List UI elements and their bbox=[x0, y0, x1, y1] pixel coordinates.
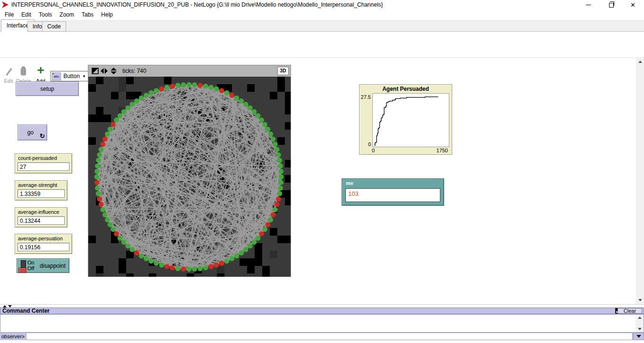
minimize-icon bbox=[586, 5, 591, 5]
chevron-down-icon: ▼ bbox=[82, 74, 86, 79]
clear-button[interactable]: Clear bbox=[618, 308, 642, 314]
command-center-resize-handle[interactable] bbox=[0, 304, 644, 308]
plot-y-max-label: 27.5 bbox=[360, 94, 371, 100]
monitor-value: 0.13244 bbox=[17, 216, 65, 225]
command-output-scrollbar[interactable] bbox=[635, 315, 644, 332]
window-title: INTERPERSONAL_CHANNELS_INNOVATION_DIFFUS… bbox=[11, 0, 383, 9]
minimize-button[interactable] bbox=[577, 0, 600, 9]
delete-trash-icon[interactable] bbox=[20, 66, 27, 76]
add-plus-icon[interactable]: + bbox=[36, 64, 45, 76]
scroll-up-button[interactable] bbox=[635, 315, 644, 321]
world-view-widget: ticks: 740 3D bbox=[88, 65, 291, 277]
forever-icon: ↻ bbox=[40, 133, 45, 139]
netlogo-logo-icon bbox=[2, 1, 9, 8]
interface-toolbar: Edit Delete + Add abc Button ▼ normal sp… bbox=[0, 32, 644, 58]
scroll-up-icon bbox=[638, 317, 642, 319]
plot-x-max-label: 1750 bbox=[437, 148, 448, 153]
command-output-area[interactable] bbox=[0, 314, 644, 333]
go-button[interactable]: go ↻ bbox=[17, 124, 47, 141]
menu-file[interactable]: File bbox=[1, 10, 17, 19]
scroll-up-button[interactable] bbox=[636, 58, 644, 66]
menu-bar: File Edit Tools Zoom Tabs Help bbox=[0, 9, 644, 20]
button-widget-icon: abc bbox=[52, 72, 61, 80]
scroll-down-button[interactable] bbox=[636, 296, 644, 304]
interface-scrollbar[interactable] bbox=[636, 58, 644, 304]
history-dropdown-icon bbox=[636, 335, 641, 338]
command-input[interactable] bbox=[26, 333, 633, 340]
menu-tools[interactable]: Tools bbox=[35, 10, 56, 19]
close-icon: ✕ bbox=[630, 2, 635, 8]
monitor-name: average-influence bbox=[18, 209, 59, 215]
netlogo-window: INTERPERSONAL_CHANNELS_INNOVATION_DIFFUS… bbox=[0, 0, 644, 343]
menu-help[interactable]: Help bbox=[97, 10, 117, 19]
monitor-value: 27 bbox=[17, 162, 69, 171]
tab-code[interactable]: Code bbox=[42, 21, 66, 32]
monitor-average-influence: average-influence 0.13244 bbox=[15, 207, 68, 228]
command-center-header: Command Center Clear bbox=[0, 308, 644, 314]
edit-pencil-icon[interactable] bbox=[5, 67, 12, 76]
view-header: ticks: 740 3D bbox=[88, 65, 291, 77]
tab-bar: Interface Info Code bbox=[0, 20, 644, 32]
switch-label: disappoint bbox=[40, 263, 66, 269]
switch-on-label: On bbox=[27, 260, 34, 265]
input-box-me[interactable]: me 103 bbox=[342, 178, 444, 206]
widget-type-label: Button bbox=[61, 73, 82, 79]
world-canvas[interactable] bbox=[88, 77, 291, 277]
scroll-down-icon bbox=[638, 328, 642, 330]
menu-edit[interactable]: Edit bbox=[17, 10, 35, 19]
plot-y-min-label: 0 bbox=[360, 141, 371, 147]
setup-button[interactable]: setup bbox=[16, 81, 79, 96]
monitor-value: 1.33359 bbox=[17, 189, 65, 198]
restore-icon bbox=[609, 3, 614, 8]
switch-off-label: Off bbox=[27, 265, 34, 271]
monitor-name: average-persuation bbox=[18, 236, 63, 241]
plot-title: Agent Persuaded bbox=[360, 86, 452, 92]
horizontal-arrows-icon[interactable] bbox=[101, 68, 108, 74]
threed-button[interactable]: 3D bbox=[277, 67, 289, 75]
command-history-button[interactable] bbox=[633, 333, 644, 340]
scroll-down-icon bbox=[638, 299, 642, 301]
menu-tabs[interactable]: Tabs bbox=[78, 10, 97, 19]
monitor-count-persuaded: count-persuaded 27 bbox=[15, 153, 72, 174]
title-bar: INTERPERSONAL_CHANNELS_INNOVATION_DIFFUS… bbox=[0, 0, 644, 9]
plot-agent-persuaded: Agent Persuaded 27.5 0 0 1750 bbox=[359, 84, 452, 155]
close-button[interactable]: ✕ bbox=[622, 0, 644, 9]
switch-knob[interactable] bbox=[18, 268, 26, 273]
monitor-average-persuation: average-persuation 0.19156 bbox=[15, 234, 72, 254]
restore-button[interactable] bbox=[600, 0, 622, 9]
input-box-value[interactable]: 103 bbox=[345, 188, 440, 202]
widget-type-chooser[interactable]: abc Button ▼ bbox=[51, 71, 88, 81]
network-visualization bbox=[88, 77, 291, 277]
setup-button-label: setup bbox=[40, 86, 54, 92]
command-center-title: Command Center bbox=[2, 308, 50, 314]
scroll-down-button[interactable] bbox=[635, 326, 644, 332]
observer-prompt-label: observer> bbox=[1, 333, 25, 340]
go-button-label: go bbox=[27, 129, 34, 136]
monitor-value: 0.19156 bbox=[17, 243, 69, 251]
edit-tool-label[interactable]: Edit bbox=[1, 78, 16, 84]
menu-zoom[interactable]: Zoom bbox=[56, 10, 78, 19]
monitor-name: average-strenght bbox=[18, 182, 57, 188]
switch-disappoint[interactable]: On Off disappoint bbox=[17, 258, 69, 273]
plot-x-min-label: 0 bbox=[372, 148, 375, 153]
ticks-counter: ticks: 740 bbox=[122, 65, 146, 77]
scroll-up-icon bbox=[638, 61, 642, 63]
interaction-mode-icon[interactable] bbox=[92, 68, 99, 74]
plot-line bbox=[373, 94, 449, 147]
input-box-label: me bbox=[346, 180, 353, 186]
plot-canvas bbox=[372, 93, 449, 147]
monitor-average-strenght: average-strenght 1.33359 bbox=[15, 180, 68, 201]
monitor-name: count-persuaded bbox=[18, 155, 57, 161]
vertical-arrows-icon[interactable] bbox=[110, 68, 117, 74]
